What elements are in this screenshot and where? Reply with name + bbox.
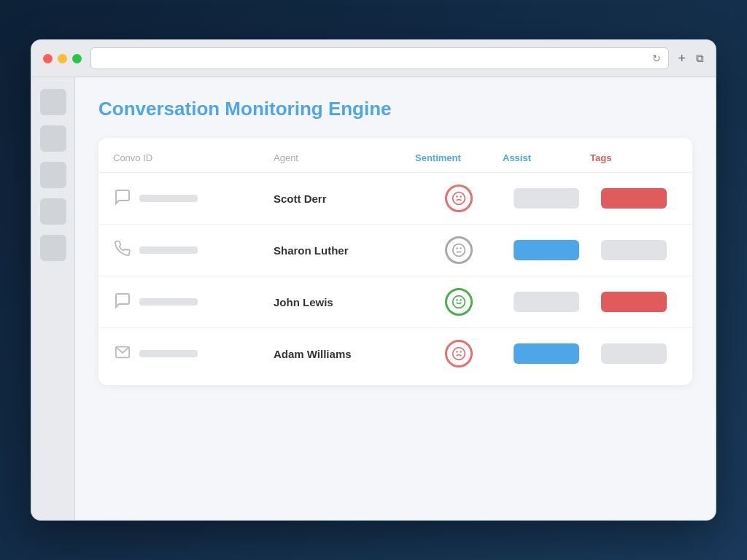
table-row[interactable]: Scott Derr [98, 173, 692, 225]
col-sentiment: Sentiment [415, 152, 503, 163]
sentiment-negative-icon [445, 184, 473, 212]
assist-bar-inactive [514, 292, 579, 312]
maximize-button[interactable] [72, 54, 82, 63]
tag-bar-inactive [601, 343, 667, 364]
browser-actions: + ⧉ [678, 51, 704, 66]
conversation-table: Convo ID Agent Sentiment Assist Tags [98, 138, 692, 385]
tags-cell [590, 343, 678, 364]
sentiment-cell [415, 184, 503, 212]
sentiment-cell [415, 236, 503, 264]
close-button[interactable] [43, 54, 53, 63]
row-id-cell [113, 188, 274, 209]
assist-cell [503, 343, 590, 364]
assist-cell [503, 188, 590, 209]
traffic-lights [43, 54, 82, 63]
svg-point-3 [453, 244, 465, 257]
sidebar [31, 77, 75, 520]
assist-bar-active [514, 240, 579, 260]
tags-cell [590, 292, 678, 312]
sentiment-neutral-icon [445, 236, 473, 264]
browser-toolbar: ↻ + ⧉ [31, 40, 716, 77]
tags-cell [590, 240, 678, 260]
table-row[interactable]: Adam Williams [98, 328, 692, 379]
chat-icon [113, 292, 132, 313]
assist-bar-inactive [514, 188, 579, 209]
sidebar-item-1[interactable] [40, 89, 66, 115]
tag-bar-inactive [601, 240, 667, 260]
svg-point-0 [453, 192, 465, 205]
agent-name: Sharon Luther [274, 244, 415, 257]
svg-point-11 [453, 348, 465, 360]
sentiment-negative-icon [445, 340, 473, 368]
reload-icon[interactable]: ↻ [652, 52, 661, 64]
page-title: Conversation Monitoring Engine [98, 98, 692, 120]
tabs-icon[interactable]: ⧉ [696, 52, 704, 65]
assist-cell [503, 292, 590, 312]
minimize-button[interactable] [58, 54, 67, 63]
sidebar-item-5[interactable] [40, 235, 66, 261]
table-row[interactable]: John Lewis [98, 276, 692, 328]
convo-id-bar [139, 195, 198, 202]
assist-bar-active [514, 343, 579, 364]
col-assist: Assist [503, 152, 590, 163]
convo-id-bar [139, 298, 198, 306]
address-bar[interactable]: ↻ [90, 47, 669, 69]
new-tab-icon[interactable]: + [678, 51, 686, 66]
agent-name: Adam Williams [274, 348, 415, 360]
row-id-cell [113, 241, 274, 260]
sidebar-item-3[interactable] [40, 162, 66, 188]
sentiment-cell [415, 288, 503, 316]
browser-content: Conversation Monitoring Engine Convo ID … [31, 77, 716, 520]
row-id-cell [113, 344, 274, 364]
col-convo-id: Convo ID [113, 152, 274, 163]
sidebar-item-2[interactable] [40, 125, 66, 152]
sentiment-cell [415, 340, 503, 368]
main-content: Conversation Monitoring Engine Convo ID … [75, 77, 716, 520]
email-icon [113, 344, 132, 364]
row-id-cell [113, 292, 274, 313]
agent-name: John Lewis [274, 296, 415, 308]
sentiment-positive-icon [445, 288, 473, 316]
url-input[interactable] [98, 53, 652, 64]
agent-name: Scott Derr [274, 192, 415, 205]
sidebar-item-4[interactable] [40, 198, 66, 225]
assist-cell [503, 240, 590, 260]
col-tags: Tags [590, 152, 678, 163]
table-row[interactable]: Sharon Luther [98, 225, 692, 276]
convo-id-bar [139, 350, 198, 357]
tags-cell [590, 188, 678, 209]
chat-icon [113, 188, 132, 209]
tag-bar-active [601, 188, 667, 209]
phone-icon [113, 241, 132, 260]
table-header: Convo ID Agent Sentiment Assist Tags [98, 144, 692, 173]
convo-id-bar [139, 246, 198, 254]
col-agent: Agent [274, 152, 415, 163]
svg-point-7 [453, 296, 465, 308]
tag-bar-active [601, 292, 667, 312]
browser-window: ↻ + ⧉ Conversation Monitoring Engine Con… [31, 39, 716, 521]
